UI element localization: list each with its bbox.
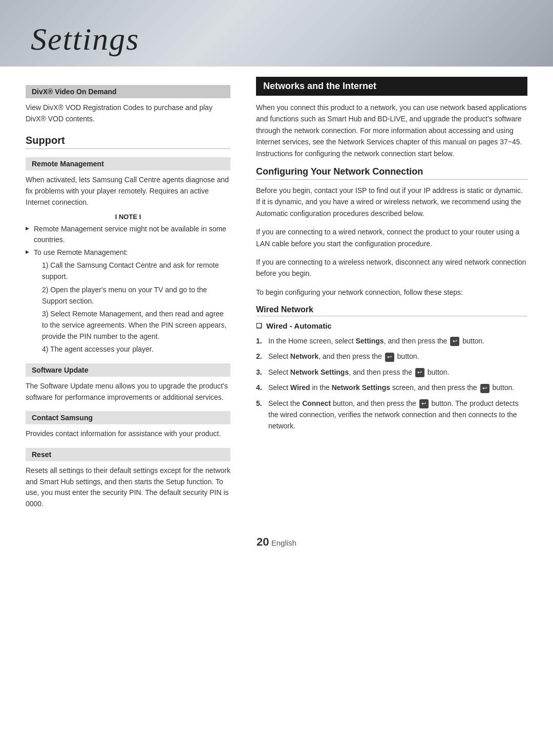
step-3: Select Network Settings, and then press … xyxy=(256,366,527,378)
step-5: Select the Connect button, and then pres… xyxy=(256,398,527,432)
configuring-text2: If you are connecting to a wired network… xyxy=(256,226,527,249)
configuring-text3: If you are connecting to a wireless netw… xyxy=(256,256,527,279)
configuring-heading: Configuring Your Network Connection xyxy=(256,166,527,180)
divx-text: View DivX® VOD Registration Codes to pur… xyxy=(26,102,230,124)
enter-button-icon-5 xyxy=(419,399,429,408)
enter-button-icon-2 xyxy=(385,353,394,362)
left-column: DivX® Video On Demand View DivX® VOD Reg… xyxy=(26,77,246,515)
divx-header: DivX® Video On Demand xyxy=(26,85,230,98)
remote-step-3: 3) Select Remote Management, and then re… xyxy=(42,309,230,342)
note-bullets: Remote Management service might not be a… xyxy=(26,224,230,355)
remote-management-header: Remote Management xyxy=(26,157,230,170)
wired-auto-label: Wired - Automatic xyxy=(256,321,527,330)
header-banner: Settings xyxy=(0,0,553,67)
contact-samsung-header: Contact Samsung xyxy=(26,411,230,424)
software-update-header: Software Update xyxy=(26,363,230,377)
step-4: Select Wired in the Network Settings scr… xyxy=(256,382,527,393)
remote-management-text: When activated, lets Samsung Call Centre… xyxy=(26,175,230,208)
step-2: Select Network, and then press the butto… xyxy=(256,351,527,362)
remote-step-1: 1) Call the Samsung Contact Centre and a… xyxy=(42,260,230,282)
enter-button-icon-3 xyxy=(415,368,424,377)
reset-header: Reset xyxy=(26,448,230,461)
page-number: 20 xyxy=(257,535,269,548)
wired-steps-list: In the Home screen, select Settings, and… xyxy=(256,335,527,432)
enter-button-icon-1 xyxy=(450,337,459,346)
configuring-text4: To begin configuring your network connec… xyxy=(256,287,527,298)
footer: 20 English xyxy=(0,535,553,559)
remote-step-2: 2) Open the player's menu on your TV and… xyxy=(42,285,230,307)
enter-button-icon-4 xyxy=(480,384,490,393)
note-block: I NOTE I Remote Management service might… xyxy=(26,213,230,355)
main-content: DivX® Video On Demand View DivX® VOD Reg… xyxy=(0,77,553,515)
note-label: I NOTE I xyxy=(26,213,230,221)
contact-samsung-text: Provides contact information for assista… xyxy=(26,428,230,440)
footer-language: English xyxy=(271,538,296,547)
support-heading: Support xyxy=(26,135,230,149)
configuring-text1: Before you begin, contact your ISP to fi… xyxy=(256,185,527,219)
note-bullet-1: Remote Management service might not be a… xyxy=(26,224,230,245)
networks-header: Networks and the Internet xyxy=(256,77,527,96)
remote-step-4: 4) The agent accesses your player. xyxy=(42,344,230,355)
right-column: Networks and the Internet When you conne… xyxy=(246,77,527,515)
reset-text: Resets all settings to their default set… xyxy=(26,465,230,510)
networks-text: When you connect this product to a netwo… xyxy=(256,102,527,159)
page-title: Settings xyxy=(31,21,139,57)
note-bullet-2: To use Remote Management: 1) Call the Sa… xyxy=(26,247,230,355)
step-1: In the Home screen, select Settings, and… xyxy=(256,335,527,347)
remote-steps: 1) Call the Samsung Contact Centre and a… xyxy=(34,260,230,355)
wired-heading: Wired Network xyxy=(256,305,527,316)
software-update-text: The Software Update menu allows you to u… xyxy=(26,381,230,403)
